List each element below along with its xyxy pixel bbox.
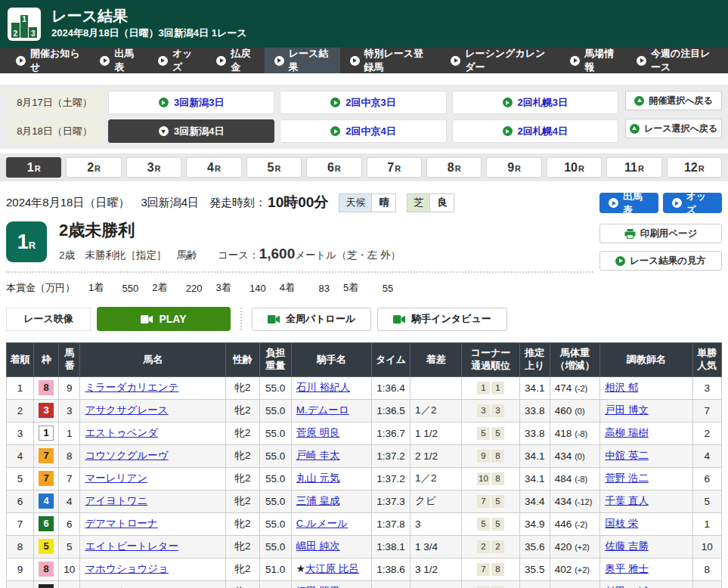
trainer-link[interactable]: 佐藤 吉勝	[605, 540, 649, 552]
play-button[interactable]: PLAY	[97, 307, 231, 331]
race-tab[interactable]: 8R	[426, 157, 482, 178]
jockey-cell: M.デムーロ	[291, 399, 371, 422]
horse-name-link[interactable]: コウソクグルーヴ	[85, 450, 168, 461]
race-tab[interactable]: 3R	[126, 157, 181, 178]
video-camera-icon	[141, 315, 153, 323]
column-header: 馬名	[80, 343, 226, 377]
nav-item[interactable]: 開催お知らせ	[6, 48, 90, 73]
horse-name-link[interactable]: アイヨトワニ	[85, 495, 147, 506]
corner-order-cell: 11	[462, 376, 519, 399]
prize-amount: 55	[358, 283, 393, 294]
jockey-cell: 三浦 皇成	[291, 490, 371, 512]
jockey-link[interactable]: 嶋田 純次	[296, 540, 340, 552]
jockey-link[interactable]: M.デムーロ	[296, 404, 349, 416]
corner-position: 1	[491, 382, 504, 395]
race-tab[interactable]: 12R	[667, 157, 722, 178]
trainer-link[interactable]: 戸田 博文	[605, 404, 649, 416]
trainer-link[interactable]: 菅野 浩二	[605, 472, 649, 484]
corner-order-cell: 78	[462, 558, 519, 580]
odds-button[interactable]: オッズ	[663, 193, 722, 213]
horse-name-link[interactable]: ミラーダカリエンテ	[85, 382, 178, 393]
nav-item[interactable]: 出馬表	[90, 48, 148, 73]
horse-name-link[interactable]: マーレリアン	[85, 472, 147, 484]
column-header: 単勝 人気	[692, 343, 721, 377]
nav-item[interactable]: 特別レース登録馬	[340, 48, 441, 73]
nav-item[interactable]: 今週の注目レース	[627, 48, 728, 73]
nav-item[interactable]: レース結果	[265, 48, 340, 73]
jockey-interview-button[interactable]: 騎手インタビュー	[377, 308, 507, 331]
race-tab[interactable]: 7R	[367, 157, 422, 178]
horse-name-link[interactable]: マホウショウジョ	[85, 563, 169, 574]
print-page-button[interactable]: 印刷用ページ	[599, 224, 722, 243]
page-subtitle: 2024年8月18日（日曜）3回新潟4日 1レース	[51, 26, 247, 40]
horse-name-link[interactable]: アサクサグレース	[85, 404, 168, 416]
last-3f-time: 33.8	[519, 422, 550, 444]
arrow-circle-icon	[503, 126, 513, 136]
nav-item[interactable]: オッズ	[148, 48, 206, 73]
margin: 3	[410, 512, 462, 535]
corner-position: 10	[477, 472, 490, 485]
nav-item[interactable]: 払戻金	[206, 48, 265, 73]
meeting-button[interactable]: 2回中京4日	[280, 119, 446, 143]
win-popularity: 9	[692, 580, 721, 588]
jockey-link[interactable]: 菅原 明良	[296, 427, 340, 438]
shutsuba-button[interactable]: 出馬表	[599, 193, 658, 213]
jockey-link[interactable]: 大江原 比呂	[305, 563, 359, 574]
race-tab[interactable]: 9R	[486, 157, 541, 178]
corner-position: 3	[477, 404, 490, 417]
race-tab[interactable]: 5R	[246, 157, 302, 178]
jockey-cell: 江田 照男	[291, 580, 371, 588]
trainer-link[interactable]: 国枝 栄	[605, 518, 638, 529]
column-header: 馬体重 （増減）	[550, 343, 599, 377]
horse-name-link[interactable]: デアマトローナ	[85, 518, 157, 529]
trainer-link[interactable]: 高柳 瑞樹	[605, 427, 649, 438]
arrow-circle-icon	[609, 198, 618, 208]
last-3f-time: 34.1	[519, 376, 550, 399]
margin: 1 1/2	[410, 580, 462, 588]
back-button[interactable]: 開催選択へ戻る	[625, 91, 722, 110]
sex-age: 牝2	[226, 422, 259, 444]
meeting-button[interactable]: 2回札幌3日	[452, 91, 618, 114]
trainer-cell: 村田 一誠	[600, 580, 693, 588]
meeting-button[interactable]: 3回新潟3日	[108, 91, 274, 114]
trainer-link[interactable]: 千葉 直人	[605, 495, 649, 506]
meeting-button[interactable]: 2回札幌4日	[452, 119, 618, 143]
race-tab[interactable]: 11R	[606, 157, 661, 178]
trainer-link[interactable]: 相沢 郁	[605, 382, 638, 393]
race-tab[interactable]: 6R	[306, 157, 361, 178]
jockey-link[interactable]: 丸山 元気	[296, 472, 340, 484]
trainer-link[interactable]: 中舘 英二	[605, 450, 649, 461]
jockey-link[interactable]: 戸崎 圭太	[296, 450, 340, 461]
table-row: 6 4 4 アイヨトワニ 牝2 55.0 三浦 皇成 1:37.3 クビ 75 …	[7, 490, 722, 512]
jockey-cell: C.ルメール	[291, 512, 371, 535]
nav-item[interactable]: 馬場情報	[560, 48, 627, 73]
horse-name-link[interactable]: エストゥペンダ	[85, 427, 158, 438]
prize-label: 本賞金（万円）	[6, 281, 75, 295]
race-tab[interactable]: 1R	[6, 157, 61, 178]
back-button[interactable]: レース選択へ戻る	[625, 119, 722, 138]
meeting-button[interactable]: 3回新潟4日	[108, 119, 274, 143]
patrol-video-button[interactable]: 全周パトロール	[252, 308, 371, 331]
race-tab[interactable]: 2R	[66, 157, 121, 178]
howto-read-button[interactable]: レース結果の見方	[599, 251, 722, 271]
last-3f-time: 34.9	[519, 512, 550, 535]
horse-name-link[interactable]: エイトビートレター	[85, 540, 178, 552]
nav-item[interactable]: レーシングカレンダー	[441, 48, 560, 73]
jockey-link[interactable]: 三浦 皇成	[296, 495, 340, 506]
jockey-link[interactable]: C.ルメール	[296, 518, 348, 529]
race-tab[interactable]: 10R	[547, 157, 602, 178]
trainer-link[interactable]: 奥平 雅士	[605, 563, 649, 574]
table-row: 8 5 5 エイトビートレター 牝2 55.0 嶋田 純次 1:38.1 1 3…	[7, 535, 722, 558]
race-tab[interactable]: 4R	[186, 157, 241, 178]
meeting-button[interactable]: 2回中京3日	[280, 91, 446, 114]
arrow-circle-icon	[672, 198, 682, 208]
corner-order-cell: 108	[462, 467, 519, 490]
horse-number: 3	[59, 399, 80, 422]
finish-position: 3	[7, 422, 34, 444]
corner-position: 2	[477, 540, 490, 553]
nav-item-label: 出馬表	[114, 47, 138, 74]
main-nav: 開催お知らせ 出馬表 オッズ 払戻金 レース結果 特別レース登録馬 レーシングカ…	[0, 48, 728, 73]
horse-name-cell: アイヨトワニ	[80, 490, 226, 512]
horse-name-cell: エストゥペンダ	[80, 422, 226, 444]
jockey-link[interactable]: 石川 裕紀人	[296, 382, 350, 393]
